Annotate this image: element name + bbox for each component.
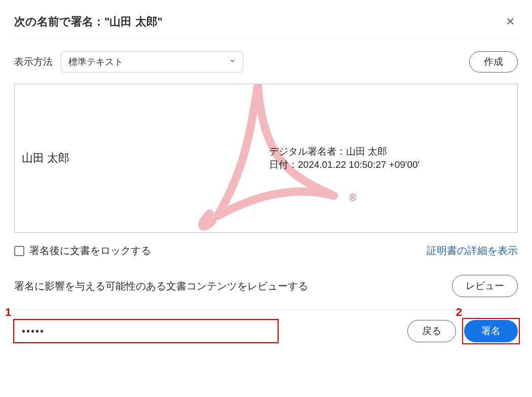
review-button[interactable]: レビュー bbox=[452, 275, 518, 297]
title-prefix: 次の名前で署名： bbox=[14, 15, 104, 28]
close-icon[interactable]: ✕ bbox=[503, 14, 518, 29]
signature-name: 山田 太郎 bbox=[22, 151, 69, 166]
display-method-row: 表示方法 標準テキスト 作成 bbox=[14, 51, 518, 73]
footer-divider bbox=[14, 309, 518, 310]
display-method-select[interactable]: 標準テキスト bbox=[61, 51, 243, 73]
create-button[interactable]: 作成 bbox=[469, 51, 518, 73]
svg-text:®: ® bbox=[349, 192, 357, 203]
lock-label: 署名後に文書をロックする bbox=[29, 244, 151, 258]
sign-button[interactable]: 署名 bbox=[464, 320, 518, 342]
signature-date-line: 日付：2024.01.22 10:50:27 +09'00' bbox=[269, 158, 420, 171]
footer-right: 2 戻る 署名 bbox=[407, 320, 518, 342]
review-row: 署名に影響を与える可能性のある文書コンテンツをレビューする レビュー bbox=[14, 275, 518, 297]
title-name: "山田 太郎" bbox=[104, 15, 163, 28]
dialog-header: 次の名前で署名："山田 太郎" ✕ bbox=[14, 14, 518, 39]
back-button[interactable]: 戻る bbox=[407, 320, 456, 342]
display-method-selected: 標準テキスト bbox=[61, 51, 243, 73]
signature-meta: デジタル署名者：山田 太郎 日付：2024.01.22 10:50:27 +09… bbox=[269, 145, 420, 171]
sign-dialog: 次の名前で署名："山田 太郎" ✕ 表示方法 標準テキスト 作成 ® 山田 太郎… bbox=[0, 0, 532, 352]
annotation-label-2: 2 bbox=[456, 306, 462, 319]
signature-signer-line: デジタル署名者：山田 太郎 bbox=[269, 145, 420, 158]
dialog-title: 次の名前で署名："山田 太郎" bbox=[14, 14, 163, 29]
lock-row: 署名後に文書をロックする 証明書の詳細を表示 bbox=[14, 244, 518, 258]
password-input[interactable] bbox=[14, 320, 278, 342]
sign-button-wrap: 署名 bbox=[464, 320, 518, 342]
lock-left: 署名後に文書をロックする bbox=[14, 244, 151, 258]
certificate-details-link[interactable]: 証明書の詳細を表示 bbox=[427, 244, 518, 258]
footer-row: 1 2 戻る 署名 bbox=[14, 320, 518, 342]
display-method-label: 表示方法 bbox=[14, 55, 53, 68]
review-text: 署名に影響を与える可能性のある文書コンテンツをレビューする bbox=[14, 279, 308, 293]
annotation-label-1: 1 bbox=[5, 306, 11, 319]
password-wrap bbox=[14, 320, 278, 342]
lock-checkbox[interactable] bbox=[14, 246, 24, 256]
signature-preview: ® 山田 太郎 デジタル署名者：山田 太郎 日付：2024.01.22 10:5… bbox=[14, 84, 518, 233]
